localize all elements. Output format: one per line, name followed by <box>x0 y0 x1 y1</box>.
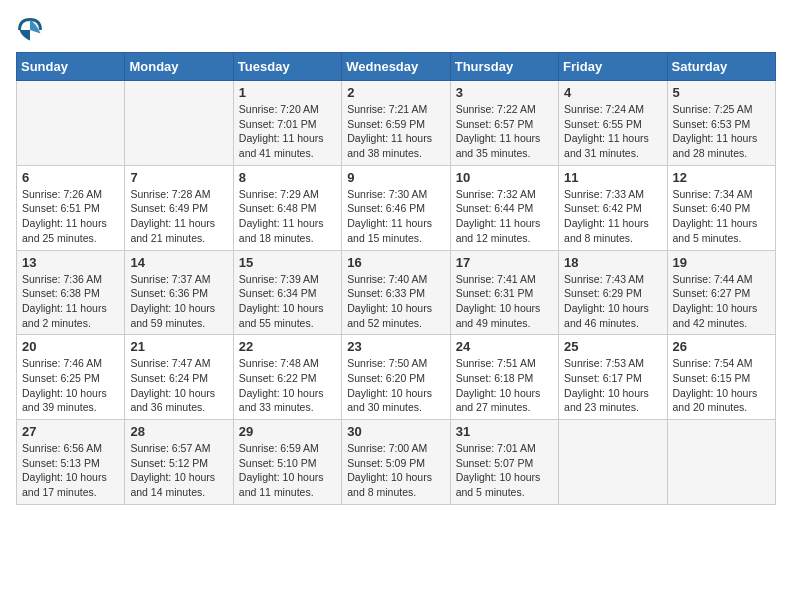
day-info: Sunrise: 7:34 AM Sunset: 6:40 PM Dayligh… <box>673 187 770 246</box>
day-info: Sunrise: 7:28 AM Sunset: 6:49 PM Dayligh… <box>130 187 227 246</box>
day-cell <box>17 81 125 166</box>
header-row: SundayMondayTuesdayWednesdayThursdayFrid… <box>17 53 776 81</box>
day-cell: 30Sunrise: 7:00 AM Sunset: 5:09 PM Dayli… <box>342 420 450 505</box>
day-info: Sunrise: 7:30 AM Sunset: 6:46 PM Dayligh… <box>347 187 444 246</box>
day-info: Sunrise: 7:47 AM Sunset: 6:24 PM Dayligh… <box>130 356 227 415</box>
column-header-friday: Friday <box>559 53 667 81</box>
day-number: 28 <box>130 424 227 439</box>
calendar-table: SundayMondayTuesdayWednesdayThursdayFrid… <box>16 52 776 505</box>
day-number: 3 <box>456 85 553 100</box>
day-info: Sunrise: 7:50 AM Sunset: 6:20 PM Dayligh… <box>347 356 444 415</box>
day-cell: 12Sunrise: 7:34 AM Sunset: 6:40 PM Dayli… <box>667 165 775 250</box>
column-header-thursday: Thursday <box>450 53 558 81</box>
week-row-1: 1Sunrise: 7:20 AM Sunset: 7:01 PM Daylig… <box>17 81 776 166</box>
day-number: 16 <box>347 255 444 270</box>
day-cell: 14Sunrise: 7:37 AM Sunset: 6:36 PM Dayli… <box>125 250 233 335</box>
day-number: 24 <box>456 339 553 354</box>
day-cell: 19Sunrise: 7:44 AM Sunset: 6:27 PM Dayli… <box>667 250 775 335</box>
day-cell: 20Sunrise: 7:46 AM Sunset: 6:25 PM Dayli… <box>17 335 125 420</box>
day-info: Sunrise: 7:39 AM Sunset: 6:34 PM Dayligh… <box>239 272 336 331</box>
day-cell: 4Sunrise: 7:24 AM Sunset: 6:55 PM Daylig… <box>559 81 667 166</box>
day-cell <box>125 81 233 166</box>
day-info: Sunrise: 7:29 AM Sunset: 6:48 PM Dayligh… <box>239 187 336 246</box>
day-info: Sunrise: 7:48 AM Sunset: 6:22 PM Dayligh… <box>239 356 336 415</box>
day-cell: 28Sunrise: 6:57 AM Sunset: 5:12 PM Dayli… <box>125 420 233 505</box>
day-info: Sunrise: 7:26 AM Sunset: 6:51 PM Dayligh… <box>22 187 119 246</box>
day-number: 10 <box>456 170 553 185</box>
day-number: 6 <box>22 170 119 185</box>
day-info: Sunrise: 7:22 AM Sunset: 6:57 PM Dayligh… <box>456 102 553 161</box>
day-info: Sunrise: 7:46 AM Sunset: 6:25 PM Dayligh… <box>22 356 119 415</box>
day-info: Sunrise: 7:40 AM Sunset: 6:33 PM Dayligh… <box>347 272 444 331</box>
week-row-2: 6Sunrise: 7:26 AM Sunset: 6:51 PM Daylig… <box>17 165 776 250</box>
day-number: 20 <box>22 339 119 354</box>
day-cell: 8Sunrise: 7:29 AM Sunset: 6:48 PM Daylig… <box>233 165 341 250</box>
day-info: Sunrise: 6:57 AM Sunset: 5:12 PM Dayligh… <box>130 441 227 500</box>
day-info: Sunrise: 7:25 AM Sunset: 6:53 PM Dayligh… <box>673 102 770 161</box>
day-cell: 10Sunrise: 7:32 AM Sunset: 6:44 PM Dayli… <box>450 165 558 250</box>
day-number: 7 <box>130 170 227 185</box>
day-cell <box>667 420 775 505</box>
day-cell: 3Sunrise: 7:22 AM Sunset: 6:57 PM Daylig… <box>450 81 558 166</box>
day-cell: 29Sunrise: 6:59 AM Sunset: 5:10 PM Dayli… <box>233 420 341 505</box>
day-info: Sunrise: 7:43 AM Sunset: 6:29 PM Dayligh… <box>564 272 661 331</box>
day-info: Sunrise: 7:36 AM Sunset: 6:38 PM Dayligh… <box>22 272 119 331</box>
day-cell: 17Sunrise: 7:41 AM Sunset: 6:31 PM Dayli… <box>450 250 558 335</box>
calendar-header: SundayMondayTuesdayWednesdayThursdayFrid… <box>17 53 776 81</box>
day-cell: 31Sunrise: 7:01 AM Sunset: 5:07 PM Dayli… <box>450 420 558 505</box>
week-row-5: 27Sunrise: 6:56 AM Sunset: 5:13 PM Dayli… <box>17 420 776 505</box>
day-number: 8 <box>239 170 336 185</box>
day-number: 30 <box>347 424 444 439</box>
logo <box>16 16 46 44</box>
day-info: Sunrise: 7:20 AM Sunset: 7:01 PM Dayligh… <box>239 102 336 161</box>
column-header-saturday: Saturday <box>667 53 775 81</box>
day-info: Sunrise: 7:44 AM Sunset: 6:27 PM Dayligh… <box>673 272 770 331</box>
column-header-monday: Monday <box>125 53 233 81</box>
day-info: Sunrise: 7:33 AM Sunset: 6:42 PM Dayligh… <box>564 187 661 246</box>
day-cell: 16Sunrise: 7:40 AM Sunset: 6:33 PM Dayli… <box>342 250 450 335</box>
day-number: 18 <box>564 255 661 270</box>
day-cell: 11Sunrise: 7:33 AM Sunset: 6:42 PM Dayli… <box>559 165 667 250</box>
day-number: 17 <box>456 255 553 270</box>
column-header-wednesday: Wednesday <box>342 53 450 81</box>
day-info: Sunrise: 7:24 AM Sunset: 6:55 PM Dayligh… <box>564 102 661 161</box>
day-number: 26 <box>673 339 770 354</box>
week-row-4: 20Sunrise: 7:46 AM Sunset: 6:25 PM Dayli… <box>17 335 776 420</box>
day-info: Sunrise: 7:37 AM Sunset: 6:36 PM Dayligh… <box>130 272 227 331</box>
day-info: Sunrise: 6:59 AM Sunset: 5:10 PM Dayligh… <box>239 441 336 500</box>
day-cell: 13Sunrise: 7:36 AM Sunset: 6:38 PM Dayli… <box>17 250 125 335</box>
day-cell: 1Sunrise: 7:20 AM Sunset: 7:01 PM Daylig… <box>233 81 341 166</box>
day-number: 31 <box>456 424 553 439</box>
day-number: 23 <box>347 339 444 354</box>
day-number: 15 <box>239 255 336 270</box>
day-cell: 15Sunrise: 7:39 AM Sunset: 6:34 PM Dayli… <box>233 250 341 335</box>
day-cell: 23Sunrise: 7:50 AM Sunset: 6:20 PM Dayli… <box>342 335 450 420</box>
day-number: 29 <box>239 424 336 439</box>
day-number: 11 <box>564 170 661 185</box>
day-cell <box>559 420 667 505</box>
day-info: Sunrise: 7:54 AM Sunset: 6:15 PM Dayligh… <box>673 356 770 415</box>
day-info: Sunrise: 7:32 AM Sunset: 6:44 PM Dayligh… <box>456 187 553 246</box>
logo-icon <box>16 16 44 44</box>
day-info: Sunrise: 7:01 AM Sunset: 5:07 PM Dayligh… <box>456 441 553 500</box>
week-row-3: 13Sunrise: 7:36 AM Sunset: 6:38 PM Dayli… <box>17 250 776 335</box>
day-info: Sunrise: 7:53 AM Sunset: 6:17 PM Dayligh… <box>564 356 661 415</box>
day-number: 25 <box>564 339 661 354</box>
day-cell: 9Sunrise: 7:30 AM Sunset: 6:46 PM Daylig… <box>342 165 450 250</box>
day-cell: 18Sunrise: 7:43 AM Sunset: 6:29 PM Dayli… <box>559 250 667 335</box>
day-cell: 2Sunrise: 7:21 AM Sunset: 6:59 PM Daylig… <box>342 81 450 166</box>
column-header-tuesday: Tuesday <box>233 53 341 81</box>
day-number: 19 <box>673 255 770 270</box>
day-number: 21 <box>130 339 227 354</box>
day-number: 27 <box>22 424 119 439</box>
day-info: Sunrise: 7:00 AM Sunset: 5:09 PM Dayligh… <box>347 441 444 500</box>
page-header <box>16 16 776 44</box>
day-cell: 22Sunrise: 7:48 AM Sunset: 6:22 PM Dayli… <box>233 335 341 420</box>
day-number: 9 <box>347 170 444 185</box>
day-cell: 21Sunrise: 7:47 AM Sunset: 6:24 PM Dayli… <box>125 335 233 420</box>
day-cell: 6Sunrise: 7:26 AM Sunset: 6:51 PM Daylig… <box>17 165 125 250</box>
day-number: 12 <box>673 170 770 185</box>
calendar-body: 1Sunrise: 7:20 AM Sunset: 7:01 PM Daylig… <box>17 81 776 505</box>
day-info: Sunrise: 7:21 AM Sunset: 6:59 PM Dayligh… <box>347 102 444 161</box>
day-number: 5 <box>673 85 770 100</box>
